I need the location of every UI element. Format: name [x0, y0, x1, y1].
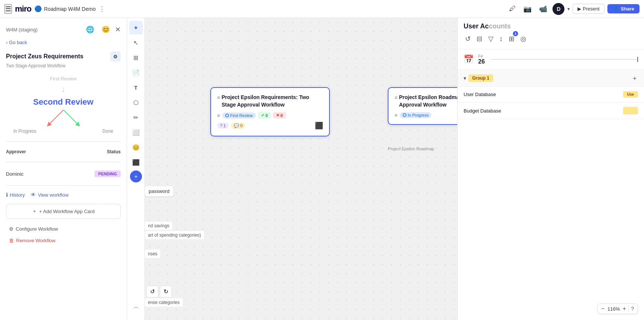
connector-tool-button[interactable]: ⌒: [129, 304, 143, 317]
canvas-text-expenses: nses: [145, 250, 160, 258]
emoji-icon2: 😊: [132, 144, 140, 151]
visibility-button[interactable]: ◎: [519, 33, 528, 44]
card1-brown-badge: 💬 0: [231, 123, 245, 129]
card1-brown-count: 0: [240, 123, 242, 128]
budget-database-badge: [623, 107, 638, 114]
layout-button[interactable]: ⊟: [475, 33, 484, 44]
topbar-right: 🖊 📷 📹 D ▾ ▶ Present 👤 Share: [507, 3, 640, 15]
roadmap-label: Project Epsilon Roadmap: [388, 147, 434, 151]
text-tool-button[interactable]: T: [129, 81, 143, 94]
zoom-out-button[interactable]: −: [601, 305, 605, 312]
undo-button[interactable]: ↺: [146, 286, 158, 298]
help-button[interactable]: ?: [628, 306, 634, 312]
question-icon: ?: [220, 123, 222, 128]
more-options-button[interactable]: ⋮: [99, 5, 105, 13]
redo-button[interactable]: ↻: [160, 286, 172, 298]
date-number: 26: [478, 58, 485, 65]
card1-red-count: 0: [281, 113, 283, 118]
card1-red-badge: ✕ 0: [273, 112, 286, 119]
card1-green-badge: ✓ 0: [258, 112, 271, 119]
video-icon[interactable]: 📹: [537, 3, 549, 15]
list-item-budget-database[interactable]: Budget Database: [458, 102, 644, 119]
zoom-in-button[interactable]: +: [623, 305, 626, 312]
group-button-wrapper: ⊞ 1: [507, 33, 516, 44]
present-button[interactable]: ▶ Present: [573, 4, 604, 14]
group-expand-button[interactable]: ▾: [464, 75, 466, 81]
emoji-icon[interactable]: 😊: [99, 24, 112, 35]
done-label: Done: [102, 129, 113, 134]
list-item-user-database[interactable]: User Database Use: [458, 87, 644, 102]
toolbar: ✦ ↖ ⊞ 📄 T ⬡ ✏ ⬜ 😊 ⬛ ＋ ⌒: [127, 18, 145, 320]
actions-row: ℹ History 👁 View workflow: [6, 192, 121, 198]
add-card-label: + Add Workflow App Card: [39, 209, 95, 214]
canvas-label-roadmap: Project Epsilon Roadmap: [388, 145, 434, 152]
card-epsilon-requirements[interactable]: ≡ Project Epsilon Requirements: Two Stag…: [210, 87, 330, 136]
date-display: Fe 26: [478, 54, 485, 65]
card1-review-badge[interactable]: First Review: [222, 113, 256, 119]
sort-button[interactable]: ↕: [498, 34, 504, 44]
frame-tool-button[interactable]: ⬜: [129, 126, 143, 139]
panel-close-button[interactable]: ✕: [115, 25, 121, 34]
workflow-stages: First Review ↓ Second Review In Progress…: [6, 76, 121, 134]
status-col-header: Status: [107, 149, 121, 154]
calendar-row: 📅 Fe 26: [458, 49, 644, 70]
card1-purple-badge: ? 1: [217, 123, 229, 129]
card1-bottom-row: ? 1 💬 0 ⬛: [217, 121, 323, 130]
annotation-icon[interactable]: 🖊: [507, 3, 518, 14]
circle-icon: [225, 114, 229, 117]
user-avatar[interactable]: D: [552, 3, 564, 15]
configure-workflow-button[interactable]: ⚙ Configure Workflow: [6, 223, 121, 235]
add-tool-button[interactable]: ＋: [130, 170, 142, 182]
pen-tool-button[interactable]: ✏: [129, 111, 143, 124]
cube-tool-button[interactable]: ⬛: [129, 156, 143, 169]
cursor-tool-button[interactable]: ↖: [129, 36, 143, 49]
user-database-badge: Use: [623, 91, 638, 98]
undo-redo-buttons: ↺ ↻: [146, 286, 172, 298]
go-back-label: Go back: [9, 40, 27, 45]
card2-status-badge[interactable]: In Progress: [400, 112, 431, 118]
current-stage-label: Second Review: [6, 97, 121, 107]
workflow-settings-button[interactable]: ⚙: [110, 51, 121, 62]
rp-main-title: User Accounts: [464, 22, 638, 30]
user-dropdown-button[interactable]: ▾: [567, 6, 570, 12]
refresh-button[interactable]: ↺: [464, 33, 472, 44]
board-icon: 🔵: [34, 5, 42, 12]
camera-icon[interactable]: 📷: [521, 3, 534, 15]
globe-icon[interactable]: 🌐: [84, 24, 96, 35]
panel-header: W4M (staging) 🌐 😊 ✕: [6, 24, 121, 35]
sparkle-tool-button[interactable]: ✦: [129, 21, 143, 34]
approver-name: Dominic: [6, 171, 24, 177]
info-icon: ℹ: [6, 192, 8, 198]
go-back-link[interactable]: ‹ Go back: [6, 40, 121, 45]
approver-col-header: Approver: [6, 149, 26, 154]
password-text: password: [149, 188, 170, 194]
date-label: Fe: [478, 54, 485, 58]
status-badge: PENDING: [95, 170, 121, 177]
divider-2: [6, 162, 121, 162]
grid-tool-button[interactable]: ⊞: [129, 51, 143, 64]
hamburger-button[interactable]: ☰: [4, 4, 12, 14]
chat-icon: 💬: [234, 123, 239, 128]
card1-status-label: First Review: [230, 113, 253, 118]
history-link[interactable]: ℹ History: [6, 192, 25, 198]
approver-table-header: Approver Status: [6, 148, 121, 156]
rp-toolbar-row: ↺ ⊟ ▽ ↕ ⊞ 1 ◎: [464, 33, 638, 44]
share-button[interactable]: 👤 Share: [607, 4, 640, 13]
group-add-button[interactable]: ＋: [631, 74, 638, 83]
x-icon: ✕: [276, 113, 279, 118]
project-title-text: Project Zeus Requirements: [6, 53, 110, 60]
view-workflow-link[interactable]: 👁 View workflow: [31, 192, 68, 198]
branch-labels: In Progress Done: [6, 129, 121, 134]
topbar: ☰ miro 🔵 Roadmap W4M Demo ⋮ 🖊 📷 📹 D ▾ ▶ …: [0, 0, 644, 18]
cursor-icon: ↖: [133, 39, 138, 46]
sticky-tool-button[interactable]: 📄: [129, 66, 143, 79]
filter-button[interactable]: ▽: [487, 33, 495, 44]
project-subtitle: Two Stage Approval Workflow: [6, 63, 121, 68]
text-icon: T: [134, 84, 137, 91]
group-1-row: ▾ Group 1 ＋: [458, 70, 644, 87]
emoji-tool-button[interactable]: 😊: [129, 141, 143, 154]
remove-workflow-button[interactable]: 🗑 Remove Workflow: [6, 235, 121, 246]
add-workflow-card-button[interactable]: ＋ + Add Workflow App Card: [6, 204, 121, 219]
card2-status-label: In Progress: [408, 113, 428, 117]
shapes-tool-button[interactable]: ⬡: [129, 96, 143, 109]
